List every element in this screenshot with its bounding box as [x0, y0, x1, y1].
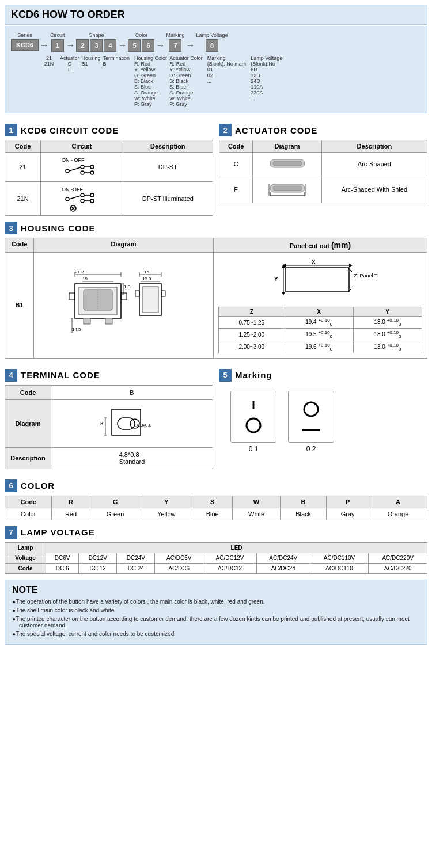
color-gray: Gray	[327, 508, 369, 520]
term-diagram-label: Diagram	[5, 400, 51, 447]
lamp-vol-dc24v: DC24V	[117, 553, 155, 563]
svg-point-8	[90, 171, 94, 174]
section6-header: 6 COLOR	[5, 479, 427, 492]
section2-title: ACTUATOR CODE	[235, 125, 317, 135]
section5-title: Marking	[235, 370, 272, 380]
lamp-vol-acdc24v: AC/DC24V	[256, 553, 310, 563]
section2-num: 2	[219, 124, 232, 136]
color-row: Color Red Green Yellow Blue White Black …	[5, 508, 427, 520]
section3-header: 3 HOUSING CODE	[5, 222, 427, 234]
marking-01-svg	[236, 397, 271, 437]
housing-table: Code Diagram Panel cut out (mm) B1 21.2	[5, 238, 427, 359]
note-title: NOTE	[12, 585, 420, 595]
term-desc-value: 4.8*0.8 Standard	[51, 448, 213, 469]
svg-marker-66	[349, 264, 353, 267]
circuit-diagram-21n: ON -OFF	[41, 182, 123, 216]
marking-02-group: 0 2	[288, 391, 334, 453]
flow-series-box: KCD6	[11, 39, 39, 51]
svg-text:1.8: 1.8	[124, 284, 131, 290]
svg-rect-40	[69, 293, 75, 300]
sections-4-5: 4 TERMINAL CODE Code B Diagram	[5, 363, 427, 474]
lamp-vol-acdc12v: AC/DC12V	[203, 553, 257, 563]
panel-th-z: Z	[219, 307, 285, 317]
svg-point-17	[90, 199, 94, 203]
section2-header: 2 ACTUATOR CODE	[219, 124, 427, 136]
desc-housing: Housing B1	[82, 55, 101, 67]
lamp-code-acdc24: AC/DC24	[256, 563, 310, 573]
lamp-vol-acdc6v: AC/DC6V	[155, 553, 203, 563]
marking-02-label: 0 2	[306, 445, 316, 453]
color-red: Red	[52, 508, 90, 520]
flow-series-label: Series	[17, 32, 32, 38]
flow-shape-4: 4	[104, 39, 116, 52]
marking-section: 0 1 0 2	[219, 385, 427, 459]
section1-num: 1	[5, 124, 17, 136]
term-diagram-value: 8 4.8x0.8	[51, 400, 213, 447]
term-row-desc: Description 4.8*0.8 Standard	[5, 448, 213, 469]
flow-marking-num: 7	[169, 39, 181, 52]
section3-num: 3	[5, 222, 17, 234]
svg-text:X: X	[312, 259, 316, 265]
how-to-order-diagram: Series KCD6 → Circuit 1 → Shape 2 3 4 →	[5, 26, 427, 113]
flow-lamp-num: 8	[206, 39, 218, 52]
lamp-th-led: LED	[46, 542, 427, 553]
panel-th-x: X	[285, 307, 353, 317]
panel-z1: 0.75~1.25	[219, 317, 285, 329]
section7-num: 7	[5, 526, 17, 539]
svg-text:14.5: 14.5	[72, 327, 81, 332]
note-item-2: ●The shell main color is black and white…	[12, 607, 420, 614]
section6: 6 COLOR Code R G Y S W B P A Color	[5, 479, 427, 520]
svg-rect-59	[142, 287, 158, 313]
lamp-vol-dc6v: DC6V	[46, 553, 79, 563]
actuator-table: Code Diagram Description C	[219, 140, 427, 203]
note-item-3: ●The printed character on the button acc…	[12, 616, 420, 629]
actuator-th-diagram: Diagram	[253, 140, 321, 153]
section2: 2 ACTUATOR CODE Code Diagram Description…	[219, 118, 427, 216]
flow-shape-2: 2	[76, 39, 89, 52]
svg-text:8: 8	[100, 421, 103, 427]
lamp-th-voltage: Voltage	[5, 553, 46, 563]
svg-marker-70	[282, 292, 285, 295]
flow-circuit: Circuit 1	[50, 32, 65, 52]
panel-row-2: 1.25~2.00 19.5 +0.100 13.0 +0.100	[219, 329, 422, 341]
svg-rect-22	[273, 161, 302, 166]
flow-series: Series KCD6	[11, 32, 39, 51]
color-th-b: B	[280, 496, 326, 508]
section6-title: COLOR	[21, 481, 55, 490]
svg-rect-24	[273, 186, 302, 191]
section7-header: 7 LAMP VOLTAGE	[5, 526, 427, 539]
color-th-g: G	[90, 496, 141, 508]
svg-rect-61	[161, 291, 165, 296]
note-item-4: ●The special voltage, current and color …	[12, 631, 420, 637]
circuit-row-21: 21 ON - OFF	[5, 153, 213, 182]
circuit-diagram-21: ON - OFF	[41, 153, 123, 182]
flow-lamp: Lamp Voltage 8	[196, 32, 228, 52]
flow-lamp-label: Lamp Voltage	[196, 32, 228, 38]
section1-title: KCD6 CIRCUIT CODE	[21, 125, 119, 135]
color-th-a: A	[369, 496, 427, 508]
panel-x-label: X Y	[218, 257, 422, 304]
flow-shape: Shape 2 3 4	[76, 32, 116, 52]
housing-header-code: Code	[5, 238, 34, 253]
title-section: KCD6 HOW TO ORDER	[5, 5, 427, 25]
desc-housing-color: Housing Color R: Red Y: Yellow G: Green …	[134, 55, 167, 107]
color-green: Green	[90, 508, 141, 520]
panel-y1: 13.0 +0.100	[353, 317, 422, 329]
svg-point-10	[66, 197, 69, 201]
flow-shape-3: 3	[90, 39, 103, 52]
svg-text:4.8x0.8: 4.8x0.8	[137, 422, 152, 428]
main-container: KCD6 HOW TO ORDER Series KCD6 → Circuit …	[0, 0, 432, 649]
svg-text:19: 19	[82, 276, 88, 281]
actuator-desc-f: Arc-Shaped With Shied	[321, 176, 427, 203]
note-item-1: ●The operation of the button have a vari…	[12, 599, 420, 605]
section1: 1 KCD6 CIRCUIT CODE Code Circuit Descrip…	[5, 118, 213, 216]
color-th-r: R	[52, 496, 90, 508]
term-desc-label: Description	[5, 448, 51, 469]
svg-rect-42	[84, 318, 90, 324]
panel-x2: 19.5 +0.100	[285, 329, 353, 341]
color-yellow: Yellow	[141, 508, 192, 520]
lamp-code-acdc12: AC/DC12	[203, 563, 257, 573]
svg-point-3	[81, 165, 84, 169]
color-white: White	[233, 508, 281, 520]
lamp-code-acdc6: AC/DC6	[155, 563, 203, 573]
